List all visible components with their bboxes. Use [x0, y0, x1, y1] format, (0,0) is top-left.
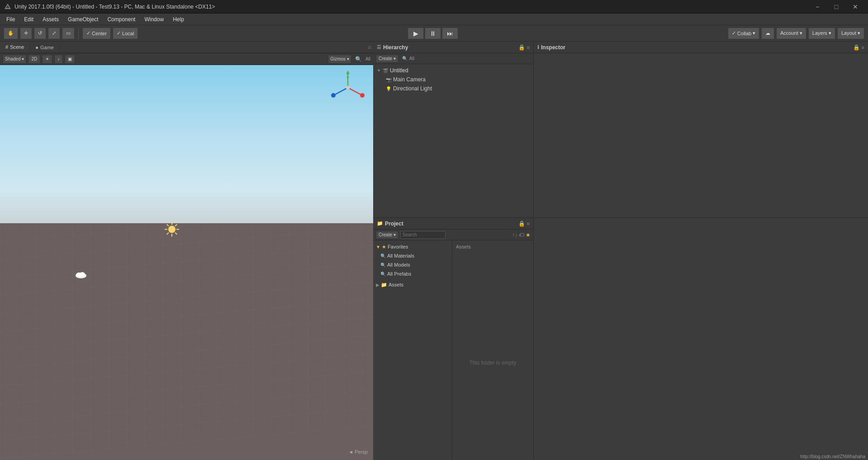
project-create-button[interactable]: Create ▾: [376, 231, 398, 239]
ground-area: [0, 223, 373, 460]
hierarchy-create-button[interactable]: Create ▾: [376, 55, 398, 63]
layout-button[interactable]: Layout ▾: [837, 28, 864, 39]
collab-button[interactable]: ✓ Collab ▾: [728, 28, 759, 39]
project-content: ▼ ★ Favorites 🔍 All Materials 🔍 All Mode…: [373, 240, 533, 460]
step-button[interactable]: ⏭: [442, 28, 458, 39]
rect-tool-button[interactable]: ▭: [62, 28, 75, 39]
project-all-models[interactable]: 🔍 All Models: [373, 260, 452, 269]
tab-scene[interactable]: # Scene: [0, 42, 30, 53]
menu-gameobject[interactable]: GameObject: [63, 15, 103, 24]
pause-button[interactable]: ⏸: [425, 28, 441, 39]
project-star-icon[interactable]: ★: [526, 232, 531, 238]
project-toolbar: Create ▾ ↑↓ 🏷 ★: [373, 230, 533, 240]
account-button[interactable]: Account ▾: [776, 28, 806, 39]
menu-help[interactable]: Help: [168, 15, 189, 24]
lighting-button[interactable]: ☀: [42, 55, 52, 64]
close-button[interactable]: ✕: [846, 0, 864, 13]
svg-line-12: [166, 233, 168, 235]
main-camera-label: Main Camera: [393, 76, 426, 83]
shading-label: Shaded: [5, 56, 20, 61]
dimension-button[interactable]: 2D: [28, 55, 40, 64]
project-lock-icon[interactable]: 🔒: [518, 221, 525, 227]
project-favorites-header[interactable]: ▼ ★ Favorites: [373, 242, 452, 251]
account-label: Account ▾: [780, 30, 802, 36]
hierarchy-header: ☰ Hierarchy 🔒 ≡: [373, 42, 533, 53]
assets-arrow-icon: ▶: [376, 282, 379, 287]
project-panel-title: Project: [385, 221, 403, 227]
viewport-menu-icon[interactable]: ≡: [368, 44, 371, 51]
local-button[interactable]: ✓ Local: [113, 28, 138, 39]
favorites-arrow-icon: ▼: [376, 244, 380, 249]
inspector-menu-icon[interactable]: ≡: [862, 45, 864, 50]
project-filter-icon[interactable]: ↑↓: [512, 232, 517, 238]
menu-window[interactable]: Window: [140, 15, 168, 24]
svg-rect-3: [0, 223, 373, 460]
all-prefabs-label: All Prefabs: [387, 271, 411, 277]
inspector-header-actions: 🔒 ≡: [853, 44, 864, 51]
hierarchy-menu-icon[interactable]: ≡: [527, 45, 530, 50]
project-search-input[interactable]: [400, 231, 446, 239]
project-assets-folder[interactable]: ▶ 📁 Assets: [373, 280, 452, 289]
hierarchy-item-directional-light[interactable]: 💡 Directional Light: [373, 84, 533, 93]
hand-tool-button[interactable]: ✋: [4, 28, 18, 39]
move-tool-button[interactable]: ✛: [20, 28, 32, 39]
cloud-button[interactable]: ☁: [761, 28, 774, 39]
unity-icon: [4, 3, 12, 11]
layers-label: Layers ▾: [812, 30, 831, 36]
viewport-tab-bar: # Scene ● Game ≡: [0, 42, 373, 53]
project-all-prefabs[interactable]: 🔍 All Prefabs: [373, 269, 452, 278]
collab-arrow-icon: ▾: [753, 30, 755, 36]
hierarchy-lock-icon[interactable]: 🔒: [518, 44, 525, 51]
menu-component[interactable]: Component: [103, 15, 140, 24]
layers-button[interactable]: Layers ▾: [808, 28, 835, 39]
svg-line-11: [175, 224, 177, 226]
menu-assets[interactable]: Assets: [38, 15, 63, 24]
hierarchy-item-untitled[interactable]: ▼ 🎬 Untitled: [373, 66, 533, 75]
maximize-button[interactable]: □: [827, 0, 845, 13]
shading-dropdown[interactable]: Shaded ▾: [3, 55, 26, 64]
inspector-panel-title: Inspector: [541, 44, 565, 51]
tab-game[interactable]: ● Game: [30, 42, 60, 53]
bottom-right-panels: 📁 Project 🔒 ≡ Create ▾ ↑↓ 🏷 ★: [373, 218, 868, 460]
game-tab-icon: ●: [35, 45, 38, 50]
window-controls: − □ ✕: [808, 0, 864, 13]
inspector-panel: ℹ Inspector 🔒 ≡: [534, 42, 868, 218]
window-title: Unity 2017.1.0f3 (64bit) - Untitled - Te…: [14, 4, 808, 10]
game-tab-label: Game: [40, 45, 54, 50]
status-bar: http://blog.csdn.net/ZNWhahaha: [798, 453, 868, 460]
fx-button[interactable]: ▣: [65, 55, 75, 64]
toolbar-divider-1: [78, 28, 79, 39]
svg-line-21: [335, 88, 348, 94]
project-header: 📁 Project 🔒 ≡: [373, 218, 533, 230]
untitled-arrow-icon: ▼: [377, 68, 381, 73]
project-tag-icon[interactable]: 🏷: [519, 232, 524, 238]
collab-label: Collab: [737, 31, 751, 36]
project-tree: ▼ ★ Favorites 🔍 All Materials 🔍 All Mode…: [373, 240, 452, 460]
play-button[interactable]: ▶: [408, 28, 424, 39]
scene-viewport[interactable]: Y ◄ Persp: [0, 65, 373, 460]
scale-tool-button[interactable]: ⤢: [48, 28, 60, 39]
gizmos-dropdown[interactable]: Gizmos ▾: [328, 55, 351, 64]
audio-button[interactable]: ♪: [54, 55, 63, 64]
center-button[interactable]: ✓ Center: [82, 28, 111, 39]
scene-gizmo: Y: [330, 70, 366, 106]
menu-edit[interactable]: Edit: [19, 15, 38, 24]
project-header-actions: 🔒 ≡: [518, 221, 530, 227]
fx-icon: ▣: [68, 56, 72, 61]
gizmos-label: Gizmos ▾: [330, 56, 349, 61]
center-check-icon: ✓: [86, 30, 90, 36]
project-all-materials[interactable]: 🔍 All Materials: [373, 251, 452, 260]
project-panel: 📁 Project 🔒 ≡ Create ▾ ↑↓ 🏷 ★: [373, 218, 534, 460]
shading-arrow: ▾: [22, 56, 24, 61]
project-menu-icon[interactable]: ≡: [527, 221, 530, 226]
rotate-tool-button[interactable]: ↺: [34, 28, 46, 39]
scene-tab-label: Scene: [10, 44, 24, 50]
menu-file[interactable]: File: [2, 15, 19, 24]
local-check-icon: ✓: [117, 30, 121, 36]
viewport-area: # Scene ● Game ≡ Shaded ▾ 2D ☀ ♪: [0, 42, 373, 460]
inspector-lock-icon[interactable]: 🔒: [853, 44, 860, 51]
all-materials-label: All Materials: [387, 253, 414, 258]
hierarchy-item-main-camera[interactable]: 📷 Main Camera: [373, 75, 533, 84]
minimize-button[interactable]: −: [808, 0, 826, 13]
audio-icon: ♪: [57, 56, 60, 61]
